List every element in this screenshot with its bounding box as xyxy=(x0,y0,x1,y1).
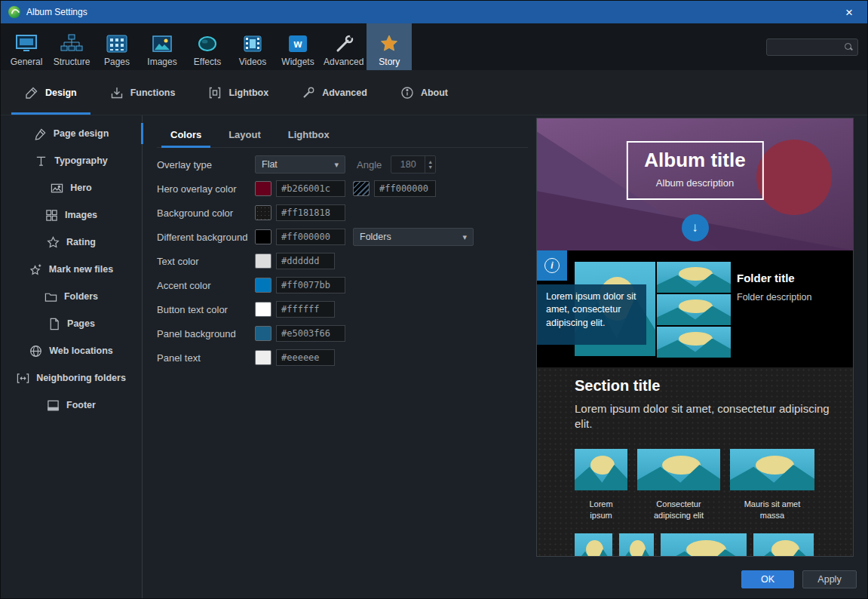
accent-color-swatch[interactable] xyxy=(255,278,271,293)
hero-overlay-color-value[interactable] xyxy=(276,180,345,197)
sidebar-item-label: Typography xyxy=(54,155,108,166)
search-icon[interactable] xyxy=(844,42,853,51)
folder-thumbnail-stack xyxy=(657,262,731,358)
tab-about[interactable]: About xyxy=(384,70,465,115)
tab-advanced-main[interactable]: Advanced xyxy=(321,23,367,70)
tab-layout[interactable]: Layout xyxy=(216,124,273,147)
hero-overlay-color-swatch[interactable] xyxy=(255,181,271,196)
footer-icon xyxy=(47,399,60,412)
tab-effects[interactable]: Effects xyxy=(185,23,230,70)
folder-title: Folder title xyxy=(737,272,811,284)
ok-button[interactable]: OK xyxy=(741,570,794,588)
tab-lightbox[interactable]: Lightbox xyxy=(192,70,285,115)
tab-images[interactable]: Images xyxy=(140,23,185,70)
search-input[interactable] xyxy=(771,41,844,52)
hero-overlay-color2-value[interactable] xyxy=(374,180,436,197)
section-title: Section title xyxy=(575,377,660,395)
monitor-icon xyxy=(15,33,38,54)
tab-widgets[interactable]: w Widgets xyxy=(275,23,321,70)
title-bar: Album Settings × xyxy=(1,1,867,23)
tab-functions[interactable]: Functions xyxy=(94,70,192,115)
sidebar-item-label: Neighboring folders xyxy=(36,373,126,383)
button-text-color-value[interactable] xyxy=(276,301,335,318)
angle-input[interactable] xyxy=(391,156,425,173)
different-background-select[interactable]: Folders ▾ xyxy=(353,228,474,246)
field-label: Hero overlay color xyxy=(157,183,255,195)
panel-background-value[interactable] xyxy=(276,325,345,342)
sidebar-item-pages[interactable]: Pages xyxy=(1,310,142,337)
chevron-down-icon: ▾ xyxy=(334,160,339,170)
tab-label: Functions xyxy=(130,88,176,98)
star-outline-icon xyxy=(47,236,60,249)
star-icon xyxy=(379,33,399,54)
tab-lightbox-panel[interactable]: Lightbox xyxy=(276,124,342,147)
panel-background-swatch[interactable] xyxy=(255,326,271,341)
thumbnail-caption: Lorem ipsum xyxy=(575,499,627,522)
sidebar-item-neighboring-folders[interactable]: Neighboring folders xyxy=(1,364,142,392)
sidebar-item-footer[interactable]: Footer xyxy=(1,392,142,419)
button-text-color-swatch[interactable] xyxy=(255,302,271,317)
tab-story[interactable]: Story xyxy=(367,23,412,70)
sidebar-item-label: Hero xyxy=(70,183,91,193)
tab-videos[interactable]: Videos xyxy=(230,23,275,70)
tab-label: Lightbox xyxy=(229,88,268,98)
field-label: Text color xyxy=(157,256,255,267)
tab-colors[interactable]: Colors xyxy=(158,124,213,147)
close-button[interactable]: × xyxy=(839,6,860,19)
apply-button[interactable]: Apply xyxy=(802,570,857,588)
different-background-swatch[interactable] xyxy=(255,229,271,244)
window-title: Album Settings xyxy=(26,7,87,17)
folder-icon xyxy=(44,290,57,303)
background-color-swatch[interactable] xyxy=(255,205,271,220)
row-panel-text: Panel text xyxy=(157,346,528,370)
album-description: Album description xyxy=(644,177,745,189)
text-color-swatch[interactable] xyxy=(255,253,271,269)
panel-text-swatch[interactable] xyxy=(255,350,271,365)
info-icon[interactable] xyxy=(537,250,567,281)
sidebar-item-label: Page design xyxy=(54,128,109,139)
select-value: Flat xyxy=(262,159,278,170)
hero-overlay-color2-swatch[interactable] xyxy=(353,181,370,196)
sidebar-item-page-design[interactable]: Page design xyxy=(1,120,142,147)
sidebar-item-images[interactable]: Images xyxy=(1,201,142,229)
tab-pages[interactable]: Pages xyxy=(94,23,140,70)
spin-up-icon[interactable]: ▲ xyxy=(425,159,435,164)
accent-color-value[interactable] xyxy=(276,277,345,293)
tab-design[interactable]: Design xyxy=(8,70,94,115)
sidebar-item-web-locations[interactable]: Web locations xyxy=(1,337,142,364)
globe-icon xyxy=(29,345,42,358)
scroll-down-button[interactable] xyxy=(682,214,709,241)
sidebar-item-mark-new-files[interactable]: Mark new files xyxy=(1,256,142,283)
different-background-value[interactable] xyxy=(276,229,345,245)
overlay-type-select[interactable]: Flat ▾ xyxy=(255,155,345,174)
section-thumbnails-row2 xyxy=(575,533,814,557)
sidebar-item-rating[interactable]: Rating xyxy=(1,229,142,256)
folder-thumbnail xyxy=(657,327,731,358)
star-sparkle-icon xyxy=(29,263,42,276)
pen-nib-icon xyxy=(34,127,47,140)
field-label: Button text color xyxy=(157,304,255,315)
tab-label: Images xyxy=(147,57,176,67)
row-button-text-color: Button text color xyxy=(157,297,528,321)
pages-grid-icon xyxy=(106,33,127,54)
hero-image-icon xyxy=(51,182,63,195)
tab-general[interactable]: General xyxy=(4,23,49,70)
preview-folder-block: Lorem ipsum dolor sit amet, consectetur … xyxy=(537,250,853,367)
background-color-value[interactable] xyxy=(276,204,345,221)
folder-thumbnail xyxy=(657,262,731,293)
panel-text-value[interactable] xyxy=(276,349,335,366)
sidebar-item-typography[interactable]: Typography xyxy=(1,147,142,174)
spinner-buttons[interactable]: ▲▼ xyxy=(425,156,435,173)
sidebar-item-folders[interactable]: Folders xyxy=(1,283,142,310)
folder-thumbnail xyxy=(657,294,731,325)
tab-structure[interactable]: Structure xyxy=(49,23,94,70)
text-color-value[interactable] xyxy=(276,253,335,269)
typography-icon xyxy=(35,155,48,167)
field-label: Panel background xyxy=(157,328,255,339)
sidebar-item-label: Pages xyxy=(67,318,95,329)
spin-down-icon[interactable]: ▼ xyxy=(425,164,435,170)
angle-label: Angle xyxy=(357,159,382,170)
sidebar-item-hero[interactable]: Hero xyxy=(1,174,142,201)
tab-advanced-skin[interactable]: Advanced xyxy=(285,70,384,115)
section-thumb: Mauris sit amet massa xyxy=(730,449,814,522)
